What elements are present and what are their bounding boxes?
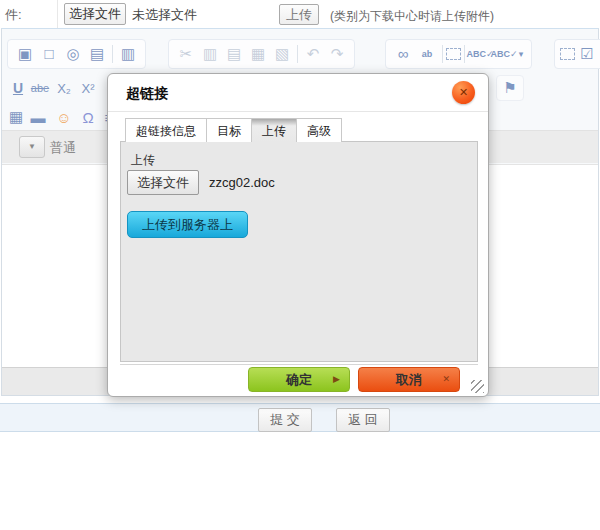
anchor-flag-icon[interactable]: ⚑ — [498, 76, 522, 100]
paste-word-icon[interactable]: ▧ — [270, 42, 294, 66]
cancel-x-icon: ✕ — [442, 374, 450, 384]
hidden-field-icon[interactable] — [560, 48, 575, 60]
tab-target[interactable]: 目标 — [206, 118, 252, 142]
subscript-icon[interactable]: X₂ — [52, 76, 76, 100]
checkbox-icon[interactable]: ☑ — [575, 42, 599, 66]
dialog-tabs: 超链接信息 目标 上传 高级 — [125, 118, 341, 142]
selected-filename: zzcg02.doc — [209, 175, 275, 190]
save-icon[interactable]: ▣ — [13, 42, 37, 66]
horizontal-rule-icon[interactable]: ▬ — [26, 105, 50, 129]
upload-hint-text: (类别为下载中心时请上传附件) — [330, 8, 494, 25]
superscript-icon[interactable]: X² — [76, 76, 100, 100]
page-footer-bar: 提 交 返 回 — [0, 403, 600, 432]
style-combo-arrow-button[interactable]: ▼ — [19, 136, 45, 158]
upload-to-server-button[interactable]: 上传到服务器上 — [127, 211, 248, 238]
find-icon[interactable]: ∞ — [391, 42, 415, 66]
choose-file-button[interactable]: 选择文件 — [64, 3, 126, 25]
redo-icon[interactable]: ↷ — [325, 42, 349, 66]
select-all-icon[interactable] — [446, 48, 461, 60]
dialog-title: 超链接 — [126, 85, 168, 103]
copy-icon[interactable]: ▥ — [198, 42, 222, 66]
undo-icon[interactable]: ↶ — [301, 42, 325, 66]
dialog-footer-separator — [120, 364, 478, 365]
spellcheck-menu-arrow-icon[interactable]: ▾ — [516, 42, 526, 66]
toolbar-group-find: ∞ ab ABC✓ ABC✓ ▾ — [385, 39, 532, 69]
format-combo[interactable]: 普通 — [50, 139, 76, 157]
ok-button-label: 确定 — [286, 372, 312, 387]
attachment-bar: 件: 选择文件 未选择文件 上传 (类别为下载中心时请上传附件) — [0, 0, 600, 28]
upload-field-label: 上传 — [131, 152, 155, 169]
replace-icon[interactable]: ab — [415, 42, 439, 66]
smiley-icon[interactable]: ☺ — [52, 105, 76, 129]
underline-icon[interactable]: U — [6, 76, 30, 100]
dialog-title-separator — [108, 111, 488, 112]
hyperlink-dialog: 超链接 ✕ 超链接信息 目标 上传 高级 上传 选择文件 zzcg02.doc … — [107, 73, 489, 397]
toolbar-row-1: ▣ □ ◎ ▤ ▥ ✂ ▥ ▤ ▦ ▧ ↶ ↷ ∞ ab — [2, 35, 598, 72]
close-icon[interactable]: ✕ — [452, 81, 475, 104]
templates-icon[interactable]: ▥ — [116, 42, 140, 66]
anchor-flag-tile: ⚑ — [496, 75, 524, 101]
submit-button[interactable]: 提 交 — [258, 408, 312, 432]
upload-tab-panel: 上传 选择文件 zzcg02.doc 上传到服务器上 — [120, 141, 478, 362]
toolbar-separator — [464, 45, 465, 63]
toolbar-separator — [297, 45, 298, 63]
new-page-icon[interactable]: □ — [37, 42, 61, 66]
back-button[interactable]: 返 回 — [336, 408, 390, 432]
tab-advanced[interactable]: 高级 — [296, 118, 342, 142]
spellcheck-icon[interactable]: ABC✓ — [468, 42, 492, 66]
cancel-button-label: 取消 — [396, 372, 422, 387]
print-icon[interactable]: ▤ — [85, 42, 109, 66]
cancel-button[interactable]: 取消 ✕ — [358, 367, 460, 392]
upload-button[interactable]: 上传 — [279, 4, 319, 25]
attachment-label: 件: — [5, 6, 22, 24]
ok-arrow-icon: ▶ — [333, 374, 340, 384]
no-file-selected-text: 未选择文件 — [132, 6, 197, 24]
dialog-choose-file-button[interactable]: 选择文件 — [127, 170, 199, 195]
strikethrough-icon[interactable]: abe — [28, 76, 52, 100]
preview-icon[interactable]: ◎ — [61, 42, 85, 66]
paste-text-icon[interactable]: ▦ — [246, 42, 270, 66]
ok-button[interactable]: 确定 ▶ — [248, 367, 350, 392]
dialog-resize-handle[interactable] — [471, 380, 484, 393]
tab-link-info[interactable]: 超链接信息 — [125, 118, 207, 142]
toolbar-separator — [112, 45, 113, 63]
tab-upload[interactable]: 上传 — [251, 118, 297, 142]
toolbar-group-document: ▣ □ ◎ ▤ ▥ — [7, 39, 146, 69]
table-icon[interactable]: ▦ — [4, 105, 28, 129]
toolbar-group-clipboard: ✂ ▥ ▤ ▦ ▧ ↶ ↷ — [168, 39, 355, 69]
toolbar-separator — [442, 45, 443, 63]
cell-divider — [57, 0, 58, 28]
cut-icon[interactable]: ✂ — [174, 42, 198, 66]
spellcheck-menu-icon[interactable]: ABC✓ — [492, 42, 516, 66]
toolbar-group-forms: ☑ ◉ abl ab — [554, 39, 600, 69]
paste-icon[interactable]: ▤ — [222, 42, 246, 66]
screen: 件: 选择文件 未选择文件 上传 (类别为下载中心时请上传附件) ▣ □ ◎ ▤… — [0, 0, 600, 530]
